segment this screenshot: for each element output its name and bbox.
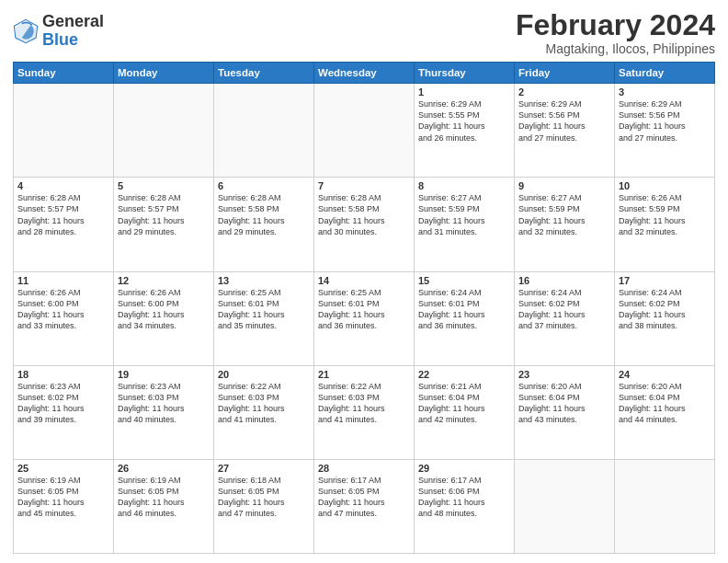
calendar-cell: 28Sunrise: 6:17 AM Sunset: 6:05 PM Dayli… — [314, 459, 415, 553]
day-number: 21 — [318, 369, 410, 380]
logo-blue-text: Blue — [42, 31, 104, 50]
calendar-cell: 2Sunrise: 6:29 AM Sunset: 5:56 PM Daylig… — [515, 84, 615, 178]
day-of-week-thursday: Thursday — [415, 63, 515, 84]
calendar-cell: 15Sunrise: 6:24 AM Sunset: 6:01 PM Dayli… — [415, 271, 515, 365]
day-number: 18 — [17, 369, 109, 380]
calendar-cell: 7Sunrise: 6:28 AM Sunset: 5:58 PM Daylig… — [314, 178, 415, 271]
logo-icon — [13, 18, 39, 44]
calendar-cell: 13Sunrise: 6:25 AM Sunset: 6:01 PM Dayli… — [214, 271, 314, 365]
day-info: Sunrise: 6:21 AM Sunset: 6:04 PM Dayligh… — [418, 381, 510, 426]
calendar-cell: 24Sunrise: 6:20 AM Sunset: 6:04 PM Dayli… — [615, 365, 715, 459]
calendar-cell — [214, 84, 314, 178]
calendar-cell: 26Sunrise: 6:19 AM Sunset: 6:05 PM Dayli… — [114, 459, 214, 553]
calendar-cell: 6Sunrise: 6:28 AM Sunset: 5:58 PM Daylig… — [214, 178, 314, 271]
calendar-week-row: 11Sunrise: 6:26 AM Sunset: 6:00 PM Dayli… — [14, 271, 715, 365]
day-info: Sunrise: 6:23 AM Sunset: 6:02 PM Dayligh… — [17, 381, 109, 426]
calendar-cell: 1Sunrise: 6:29 AM Sunset: 5:55 PM Daylig… — [415, 84, 515, 178]
calendar-cell: 27Sunrise: 6:18 AM Sunset: 6:05 PM Dayli… — [214, 459, 314, 553]
day-info: Sunrise: 6:28 AM Sunset: 5:58 PM Dayligh… — [218, 192, 310, 237]
day-info: Sunrise: 6:24 AM Sunset: 6:02 PM Dayligh… — [518, 287, 610, 332]
day-number: 20 — [218, 369, 310, 380]
day-number: 13 — [218, 275, 310, 286]
calendar-cell: 4Sunrise: 6:28 AM Sunset: 5:57 PM Daylig… — [14, 178, 114, 271]
calendar-cell: 14Sunrise: 6:25 AM Sunset: 6:01 PM Dayli… — [314, 271, 415, 365]
day-info: Sunrise: 6:24 AM Sunset: 6:01 PM Dayligh… — [418, 287, 510, 332]
day-info: Sunrise: 6:23 AM Sunset: 6:03 PM Dayligh… — [118, 381, 210, 426]
day-number: 24 — [619, 369, 711, 380]
calendar-cell: 29Sunrise: 6:17 AM Sunset: 6:06 PM Dayli… — [415, 459, 515, 553]
day-number: 26 — [118, 463, 210, 474]
day-info: Sunrise: 6:24 AM Sunset: 6:02 PM Dayligh… — [619, 287, 711, 332]
day-info: Sunrise: 6:19 AM Sunset: 6:05 PM Dayligh… — [118, 475, 210, 520]
calendar-cell: 12Sunrise: 6:26 AM Sunset: 6:00 PM Dayli… — [114, 271, 214, 365]
day-info: Sunrise: 6:29 AM Sunset: 5:56 PM Dayligh… — [619, 98, 711, 144]
calendar-header-row: SundayMondayTuesdayWednesdayThursdayFrid… — [14, 63, 715, 84]
day-number: 15 — [418, 275, 510, 286]
calendar-cell: 18Sunrise: 6:23 AM Sunset: 6:02 PM Dayli… — [14, 365, 114, 459]
day-info: Sunrise: 6:28 AM Sunset: 5:58 PM Dayligh… — [318, 192, 410, 237]
calendar-cell: 9Sunrise: 6:27 AM Sunset: 5:59 PM Daylig… — [515, 178, 615, 271]
day-info: Sunrise: 6:29 AM Sunset: 5:56 PM Dayligh… — [518, 98, 610, 144]
calendar-cell: 19Sunrise: 6:23 AM Sunset: 6:03 PM Dayli… — [114, 365, 214, 459]
day-number: 25 — [17, 463, 109, 474]
day-info: Sunrise: 6:20 AM Sunset: 6:04 PM Dayligh… — [518, 381, 610, 426]
day-number: 8 — [418, 180, 510, 191]
calendar-week-row: 25Sunrise: 6:19 AM Sunset: 6:05 PM Dayli… — [14, 459, 715, 553]
day-info: Sunrise: 6:27 AM Sunset: 5:59 PM Dayligh… — [518, 192, 610, 237]
calendar-cell: 5Sunrise: 6:28 AM Sunset: 5:57 PM Daylig… — [114, 178, 214, 271]
calendar-cell — [14, 84, 114, 178]
calendar-table: SundayMondayTuesdayWednesdayThursdayFrid… — [13, 62, 715, 554]
title-block: February 2024 Magtaking, Ilocos, Philipp… — [516, 9, 715, 56]
day-info: Sunrise: 6:25 AM Sunset: 6:01 PM Dayligh… — [318, 287, 410, 332]
day-info: Sunrise: 6:26 AM Sunset: 5:59 PM Dayligh… — [619, 192, 711, 237]
calendar-cell — [114, 84, 214, 178]
main-title: February 2024 — [516, 9, 715, 41]
calendar-cell: 16Sunrise: 6:24 AM Sunset: 6:02 PM Dayli… — [515, 271, 615, 365]
calendar-cell: 20Sunrise: 6:22 AM Sunset: 6:03 PM Dayli… — [214, 365, 314, 459]
day-info: Sunrise: 6:29 AM Sunset: 5:55 PM Dayligh… — [418, 98, 510, 144]
day-number: 19 — [118, 369, 210, 380]
day-info: Sunrise: 6:26 AM Sunset: 6:00 PM Dayligh… — [118, 287, 210, 332]
day-of-week-tuesday: Tuesday — [214, 63, 314, 84]
day-info: Sunrise: 6:17 AM Sunset: 6:06 PM Dayligh… — [418, 475, 510, 520]
calendar-cell: 11Sunrise: 6:26 AM Sunset: 6:00 PM Dayli… — [14, 271, 114, 365]
day-info: Sunrise: 6:18 AM Sunset: 6:05 PM Dayligh… — [218, 475, 310, 520]
day-number: 11 — [17, 275, 109, 286]
calendar-week-row: 18Sunrise: 6:23 AM Sunset: 6:02 PM Dayli… — [14, 365, 715, 459]
calendar-cell: 21Sunrise: 6:22 AM Sunset: 6:03 PM Dayli… — [314, 365, 415, 459]
day-number: 29 — [418, 463, 510, 474]
day-info: Sunrise: 6:28 AM Sunset: 5:57 PM Dayligh… — [118, 192, 210, 237]
day-number: 12 — [118, 275, 210, 286]
day-number: 16 — [518, 275, 610, 286]
calendar-cell: 25Sunrise: 6:19 AM Sunset: 6:05 PM Dayli… — [14, 459, 114, 553]
calendar-cell: 17Sunrise: 6:24 AM Sunset: 6:02 PM Dayli… — [615, 271, 715, 365]
subtitle: Magtaking, Ilocos, Philippines — [516, 41, 715, 56]
day-info: Sunrise: 6:26 AM Sunset: 6:00 PM Dayligh… — [17, 287, 109, 332]
day-number: 10 — [619, 180, 711, 191]
day-info: Sunrise: 6:17 AM Sunset: 6:05 PM Dayligh… — [318, 475, 410, 520]
day-info: Sunrise: 6:22 AM Sunset: 6:03 PM Dayligh… — [318, 381, 410, 426]
calendar-cell: 3Sunrise: 6:29 AM Sunset: 5:56 PM Daylig… — [615, 84, 715, 178]
day-number: 7 — [318, 180, 410, 191]
day-info: Sunrise: 6:27 AM Sunset: 5:59 PM Dayligh… — [418, 192, 510, 237]
page-header: General Blue February 2024 Magtaking, Il… — [13, 9, 715, 56]
day-number: 6 — [218, 180, 310, 191]
calendar-week-row: 4Sunrise: 6:28 AM Sunset: 5:57 PM Daylig… — [14, 178, 715, 271]
day-of-week-monday: Monday — [114, 63, 214, 84]
day-of-week-friday: Friday — [515, 63, 615, 84]
day-number: 5 — [118, 180, 210, 191]
calendar-cell — [515, 459, 615, 553]
day-number: 1 — [418, 86, 510, 98]
day-number: 3 — [619, 86, 711, 98]
calendar-cell: 22Sunrise: 6:21 AM Sunset: 6:04 PM Dayli… — [415, 365, 515, 459]
day-number: 17 — [619, 275, 711, 286]
day-number: 23 — [518, 369, 610, 380]
day-info: Sunrise: 6:25 AM Sunset: 6:01 PM Dayligh… — [218, 287, 310, 332]
calendar-cell: 23Sunrise: 6:20 AM Sunset: 6:04 PM Dayli… — [515, 365, 615, 459]
logo-general-text: General — [42, 13, 104, 31]
day-number: 28 — [318, 463, 410, 474]
day-of-week-saturday: Saturday — [615, 63, 715, 84]
day-info: Sunrise: 6:20 AM Sunset: 6:04 PM Dayligh… — [619, 381, 711, 426]
day-info: Sunrise: 6:28 AM Sunset: 5:57 PM Dayligh… — [17, 192, 109, 237]
calendar-cell — [314, 84, 415, 178]
